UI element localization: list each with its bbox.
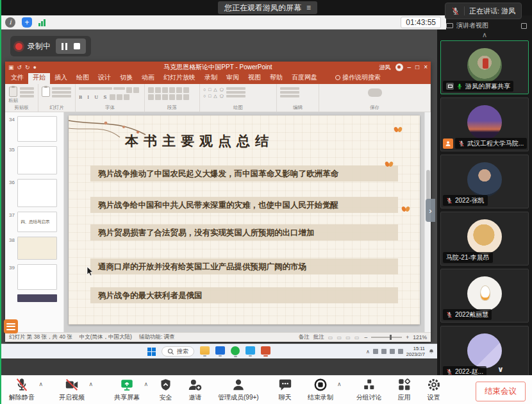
zoom-in-button[interactable]: + — [406, 334, 409, 341]
participant-tile-host[interactable]: 武汉工程大学马院... — [440, 97, 529, 151]
participant-tile-sharing[interactable]: 游凤的屏幕共享 — [440, 40, 529, 94]
butterfly-decoration — [402, 206, 410, 212]
language-status[interactable]: 中文(简体，中国大陆) — [79, 333, 132, 341]
slide-thumbnail-panel[interactable]: 34 35 36 37 四、总结与启示 — [5, 112, 64, 332]
tab-design[interactable]: 设计 — [94, 72, 115, 84]
mic-options-chevron[interactable]: ∧ — [38, 381, 43, 387]
view-switcher-buttons[interactable]: ▭ ▭ ▭ ▭ — [328, 335, 361, 341]
security-shield-icon[interactable]: + — [22, 17, 32, 28]
tab-animations[interactable]: 动画 — [137, 72, 159, 84]
start-button[interactable] — [147, 348, 156, 356]
tray-icon[interactable] — [373, 349, 378, 354]
record-icon[interactable]: ● — [33, 64, 37, 71]
settings-button[interactable]: 设置 — [427, 378, 441, 402]
invite-button[interactable]: 邀请 — [188, 378, 203, 402]
font-style-buttons[interactable]: B I U S — [79, 95, 108, 100]
tray-icon[interactable] — [398, 349, 403, 354]
zoom-slider[interactable] — [371, 337, 402, 338]
taskbar-app-mail[interactable] — [215, 346, 225, 357]
accessibility-status[interactable]: 辅助功能: 调查 — [139, 333, 175, 341]
participant-tile[interactable]: 2022-赵... ∨ — [440, 326, 529, 375]
participant-tile[interactable]: 2022戴丽慧 — [440, 269, 529, 323]
minimize-button[interactable]: – — [408, 64, 411, 71]
tab-insert[interactable]: 插入 — [50, 72, 72, 84]
account-name[interactable]: 游凤 — [379, 63, 391, 72]
quick-access-toolbar[interactable]: ▣ ↺ ↻ ● — [5, 64, 37, 71]
taskbar-app-powerpoint[interactable] — [261, 346, 270, 357]
fullscreen-corners-icon[interactable] — [521, 23, 527, 29]
tab-view[interactable]: 视图 — [244, 72, 265, 84]
video-options-chevron[interactable]: ∧ — [88, 381, 93, 387]
pause-recording-button[interactable] — [62, 43, 67, 50]
tab-help[interactable]: 帮助 — [265, 72, 287, 84]
meeting-info-icon[interactable]: i — [5, 17, 15, 28]
start-video-button[interactable]: 开启视频 ∧ — [59, 378, 85, 402]
participant-tile[interactable]: 马院-21-李晨昂 — [440, 212, 529, 265]
slide-scrollbar[interactable] — [424, 112, 431, 332]
tab-review[interactable]: 审阅 — [222, 72, 244, 84]
gear-icon — [427, 378, 441, 392]
thumbnail-slide-34[interactable]: 34 — [5, 116, 63, 142]
undo-icon[interactable]: ↺ — [17, 64, 22, 71]
expand-panel-button[interactable]: › — [426, 199, 435, 222]
comments-button[interactable]: 批注 — [313, 333, 324, 341]
manage-members-button[interactable]: 管理成员(99+) — [218, 378, 259, 402]
save-icon[interactable]: ▣ — [8, 64, 14, 71]
redo-icon[interactable]: ↻ — [25, 64, 30, 71]
tray-icon[interactable] — [390, 349, 395, 354]
slide-canvas-area: 本书主要观点总结 鸦片战争推动了中国农民起义大爆发，而中国革命又影响了欧洲革命 … — [64, 112, 424, 332]
notification-bell-icon[interactable] — [428, 348, 435, 355]
tab-transitions[interactable]: 切换 — [115, 72, 137, 84]
share-options-chevron[interactable]: ∧ — [144, 381, 148, 387]
thumbnail-slide-partial[interactable] — [17, 294, 57, 302]
shape-gallery[interactable]: ○ □ △ ⬠ — [203, 87, 224, 92]
taskbar-app-wechat[interactable] — [231, 346, 240, 357]
new-slide-button[interactable] — [42, 86, 50, 97]
ribbon-group-drawing: ○ □ △ ⬠ ○ □ △ ⬠ 绘图 — [200, 84, 277, 112]
breakout-rooms-button[interactable]: 分组讨论 — [356, 378, 382, 402]
close-button[interactable]: × — [424, 64, 428, 71]
slide-list-toggle-button[interactable] — [4, 319, 18, 333]
tab-slideshow[interactable]: 幻灯片放映 — [159, 72, 200, 84]
zoom-level[interactable]: 121% — [413, 334, 427, 341]
chat-button[interactable]: 聊天 — [278, 378, 292, 402]
taskbar-app-photos[interactable] — [245, 346, 255, 357]
end-recording-button[interactable]: 结束录制 ∧ — [308, 378, 333, 402]
thumbnail-slide-35[interactable]: 35 — [5, 146, 63, 174]
banner-menu-icon[interactable]: ≡ — [306, 3, 311, 12]
paste-button[interactable]: 粘贴 — [8, 86, 18, 104]
tab-baidu-netdisk[interactable]: 百度网盘 — [287, 72, 322, 84]
zoom-out-button[interactable]: – — [365, 334, 368, 341]
record-options-chevron[interactable]: ∧ — [337, 381, 342, 387]
scroll-up-chevron[interactable]: ∧ — [437, 30, 532, 40]
thumbnail-slide-39[interactable]: 39 — [5, 264, 63, 290]
stop-recording-button[interactable] — [74, 43, 80, 49]
thumbnail-slide-37[interactable]: 37 四、总结与启示 — [5, 212, 63, 232]
scroll-down-chevron[interactable]: ∨ — [497, 365, 504, 374]
tray-expand-icon[interactable]: ∧ — [366, 349, 370, 355]
unmute-button[interactable]: 解除静音 ∧ — [9, 378, 35, 402]
end-meeting-button[interactable]: 结束会议 — [476, 382, 526, 401]
tab-draw[interactable]: 绘图 — [72, 72, 94, 84]
share-screen-button[interactable]: 共享屏幕 ∧ — [114, 378, 140, 402]
meeting-app-window: 您正在观看游凤的屏幕 ≡ i + 01:43:55 正在讲话: 游凤 录制中 — [0, 0, 532, 404]
tell-me-search[interactable]: 操作说明搜索 — [331, 72, 385, 84]
security-button[interactable]: 安全 — [159, 378, 172, 402]
thumbnail-slide-36[interactable]: 36 — [5, 179, 63, 207]
maximize-button[interactable]: □ — [415, 64, 419, 71]
participant-tile[interactable]: 2022-张凯 — [440, 155, 529, 208]
tab-file[interactable]: 文件 — [6, 72, 28, 84]
taskbar-clock[interactable]: 15:112023/2/7 — [406, 346, 425, 358]
notes-button[interactable]: 备注 — [299, 333, 310, 341]
watching-screen-banner[interactable]: 您正在观看游凤的屏幕 ≡ — [218, 1, 317, 14]
toast-divider — [464, 6, 465, 15]
thumbnail-slide-38-current[interactable]: 38 — [5, 237, 63, 260]
taskbar-app-explorer[interactable] — [200, 346, 210, 357]
tab-record[interactable]: 录制 — [200, 72, 222, 84]
tray-icon[interactable] — [381, 349, 387, 354]
apps-button[interactable]: 应用 — [397, 378, 411, 402]
account-avatar[interactable] — [395, 63, 403, 71]
tab-home[interactable]: 开始 — [28, 72, 50, 84]
taskbar-search[interactable]: 搜索 — [162, 346, 194, 357]
muted-mic-icon — [15, 378, 29, 392]
